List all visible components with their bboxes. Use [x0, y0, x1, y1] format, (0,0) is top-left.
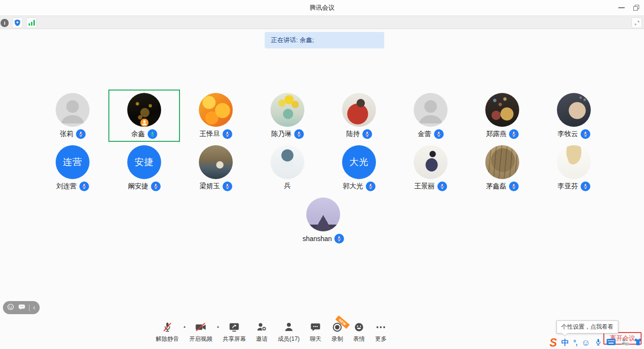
- participant-tile[interactable]: 王怿旦: [180, 90, 252, 142]
- fullscreen-expand-icon[interactable]: [631, 17, 642, 28]
- participant-tile[interactable]: 张莉: [37, 90, 108, 142]
- tooltip-tail: [562, 330, 568, 336]
- toolbar-label: 聊天: [310, 335, 321, 343]
- participant-tile[interactable]: 郑露燕: [466, 90, 538, 142]
- participant-tile[interactable]: shanshan: [287, 194, 359, 246]
- participant-tile[interactable]: 大光 郭大光: [323, 142, 395, 194]
- toolbar-camera-off[interactable]: 开启视频▲: [189, 321, 212, 343]
- participant-name: 李牧云: [558, 130, 578, 138]
- ime-punctuation-toggle[interactable]: °,: [573, 339, 577, 347]
- window-controls: [618, 0, 639, 15]
- status-bar-left: i: [0, 17, 37, 28]
- submenu-arrow-icon[interactable]: ▲: [183, 325, 186, 328]
- toolbar-more[interactable]: 更多: [375, 321, 387, 343]
- participant-name: 茅鑫磊: [486, 182, 507, 191]
- participant-name-row: 郭大光: [343, 182, 375, 191]
- participant-tile[interactable]: 陈乃琳: [252, 90, 323, 142]
- toolbar-members[interactable]: 成员(17): [278, 321, 300, 343]
- participant-name-row: 陈乃琳: [271, 129, 304, 139]
- participant-avatar: [485, 93, 519, 127]
- toolbar-label: 更多: [375, 335, 387, 343]
- participant-row: shanshan: [37, 194, 610, 246]
- ime-skin-icon[interactable]: [633, 337, 643, 348]
- participant-tile[interactable]: 连营 刘连营: [37, 142, 108, 194]
- participant-tile[interactable]: 陆持: [323, 90, 395, 142]
- participant-avatar: [270, 145, 304, 179]
- mic-status-icon: [366, 182, 375, 191]
- participant-avatar: [56, 93, 90, 127]
- meeting-info-icon[interactable]: i: [0, 19, 9, 27]
- mic-status-icon: [334, 234, 344, 243]
- participant-avatar: [485, 145, 519, 179]
- sogou-logo-icon[interactable]: S: [550, 337, 557, 349]
- reaction-emoji-icon[interactable]: [7, 303, 15, 313]
- restore-icon[interactable]: [633, 5, 639, 11]
- participant-name-row: 梁婧玉: [200, 182, 232, 191]
- participant-tile[interactable]: 兵: [252, 142, 323, 194]
- participant-avatar: [557, 145, 591, 179]
- participant-grid: 张莉 余鑫 王怿旦: [37, 90, 610, 246]
- toolbar-record[interactable]: NEW录制: [331, 321, 343, 343]
- mic-status-icon: [581, 182, 590, 191]
- ime-emoji-icon[interactable]: ☺: [582, 338, 590, 347]
- participant-tile[interactable]: 余鑫: [108, 90, 180, 142]
- participant-name: 陆持: [346, 130, 360, 138]
- title-bar: 腾讯会议: [0, 0, 644, 15]
- toolbar-emoji[interactable]: 表情: [353, 321, 365, 343]
- participant-avatar: 安捷: [127, 145, 161, 179]
- toolbar-label: 录制: [331, 335, 343, 343]
- members-icon: [283, 321, 295, 333]
- mic-status-icon: [509, 129, 519, 139]
- participant-name-row: 李牧云: [558, 129, 590, 139]
- participant-name-row: 刘连营: [57, 182, 89, 191]
- participant-name-row: 兵: [284, 182, 291, 190]
- participant-name-row: 余鑫: [132, 129, 157, 139]
- status-bar-right: [631, 17, 642, 28]
- participant-avatar: [342, 93, 376, 127]
- participant-avatar: [270, 93, 304, 127]
- participant-tile[interactable]: 梁婧玉: [180, 142, 252, 194]
- invite-icon: [256, 321, 268, 333]
- toolbar-mic-muted[interactable]: 解除静音▲: [156, 321, 179, 343]
- ime-voice-icon[interactable]: [595, 337, 602, 349]
- ime-passport-icon[interactable]: 19: [620, 337, 629, 348]
- participant-name-row: 张莉: [60, 129, 86, 139]
- participant-tile[interactable]: 金蕾: [395, 90, 466, 142]
- host-badge-icon: [140, 119, 149, 127]
- pill-divider: [29, 304, 30, 311]
- participant-tile[interactable]: 王景丽: [395, 142, 466, 194]
- minimize-icon[interactable]: [618, 7, 625, 8]
- ime-language-toggle[interactable]: 中: [561, 338, 569, 348]
- participant-tile[interactable]: 李牧云: [538, 90, 610, 142]
- participant-name: 陈乃琳: [271, 130, 292, 138]
- participant-name-row: 金蕾: [418, 129, 444, 139]
- participant-name-row: 茅鑫磊: [486, 182, 519, 191]
- participant-name-row: 陆持: [346, 129, 372, 139]
- participant-name-row: 郑露燕: [486, 129, 519, 139]
- ime-bar: S 中 °, ☺ 19: [550, 337, 643, 349]
- speaking-banner: 正在讲话: 余鑫;: [265, 32, 384, 48]
- participant-tile[interactable]: 李亚芬: [538, 142, 610, 194]
- network-signal-icon[interactable]: [26, 17, 37, 28]
- security-shield-icon[interactable]: [12, 17, 23, 28]
- submenu-arrow-icon[interactable]: ▲: [216, 325, 220, 328]
- more-icon: [375, 321, 387, 333]
- toolbar-invite[interactable]: 邀请: [256, 321, 268, 343]
- toolbar-chat[interactable]: 聊天: [310, 321, 321, 343]
- participant-tile[interactable]: 茅鑫磊: [466, 142, 538, 194]
- participant-name: 王怿旦: [200, 130, 220, 138]
- mic-status-icon: [76, 129, 86, 139]
- participant-name: 梁婧玉: [200, 182, 220, 191]
- toolbar-share-screen[interactable]: 共享屏幕: [223, 321, 246, 343]
- quick-chat-icon[interactable]: [18, 303, 26, 313]
- mic-status-icon: [437, 182, 447, 191]
- toolbar-label: 共享屏幕: [223, 335, 246, 343]
- participant-name-row: 李亚芬: [558, 182, 590, 191]
- participant-tile[interactable]: 安捷 阚安捷: [108, 142, 180, 194]
- status-bar: i: [0, 15, 644, 29]
- collapse-chevron-icon[interactable]: ‹: [33, 303, 35, 311]
- participant-name: shanshan: [302, 235, 332, 243]
- mic-status-icon: [362, 129, 372, 139]
- ime-keyboard-icon[interactable]: [606, 338, 616, 348]
- participant-row: 连营 刘连营 安捷 阚安捷: [37, 142, 610, 194]
